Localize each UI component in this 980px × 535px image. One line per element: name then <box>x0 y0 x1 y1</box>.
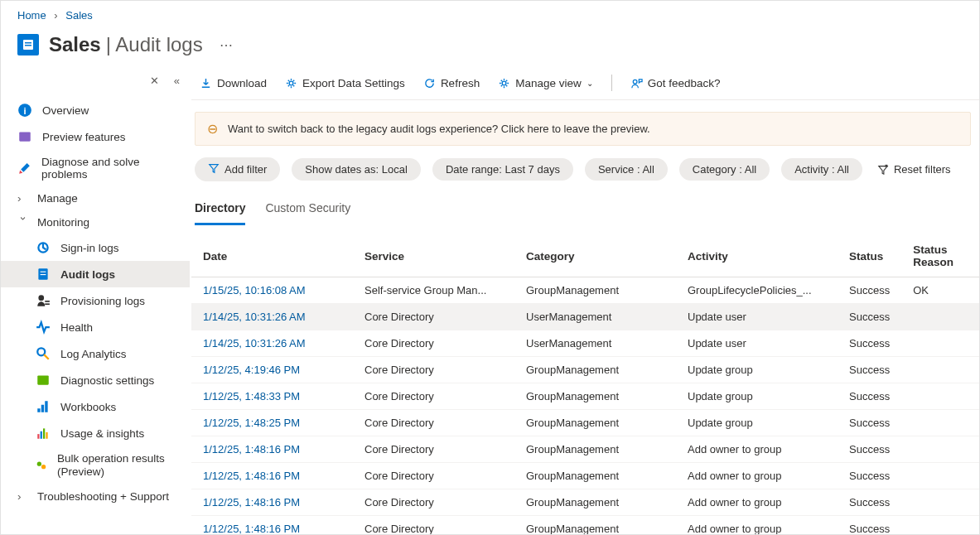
date-link[interactable]: 1/12/25, 1:48:25 PM <box>203 417 300 429</box>
cell-status: Success <box>838 410 901 436</box>
toolbar-label: Manage view <box>515 77 582 89</box>
close-icon[interactable]: ✕ <box>150 75 159 87</box>
table-row[interactable]: 1/12/25, 1:48:33 PMCore DirectoryGroupMa… <box>191 383 979 410</box>
refresh-button[interactable]: Refresh <box>423 77 480 89</box>
svg-point-10 <box>38 295 44 301</box>
date-link[interactable]: 1/14/25, 10:31:26 AM <box>203 337 306 349</box>
sidebar-item-workbooks[interactable]: Workbooks <box>1 393 190 420</box>
toolbar-label: Got feedback? <box>648 77 721 89</box>
cell-reason: OK <box>901 277 979 304</box>
toolbar-label: Download <box>217 77 267 89</box>
col-date[interactable]: Date <box>191 235 353 277</box>
sidebar-item-provisioning[interactable]: Provisioning logs <box>1 287 190 314</box>
table-row[interactable]: 1/12/25, 1:48:16 PMCore DirectoryGroupMa… <box>191 489 979 516</box>
svg-rect-5 <box>19 132 31 141</box>
table-row[interactable]: 1/15/25, 10:16:08 AMSelf-service Group M… <box>191 277 979 304</box>
table-row[interactable]: 1/12/25, 1:48:16 PMCore DirectoryGroupMa… <box>191 436 979 463</box>
refresh-icon <box>423 77 436 89</box>
app-icon <box>17 34 39 55</box>
cell-service: Core Directory <box>353 436 514 463</box>
sidebar-item-audit[interactable]: Audit logs <box>1 261 190 287</box>
table-row[interactable]: 1/12/25, 1:48:16 PMCore DirectoryGroupMa… <box>191 516 979 535</box>
svg-point-22 <box>37 462 41 466</box>
breadcrumb-sales[interactable]: Sales <box>65 9 93 22</box>
sidebar-item-overview[interactable]: i Overview <box>1 97 190 123</box>
filter-show-dates[interactable]: Show dates as: Local <box>292 158 421 181</box>
filter-label: Date range: Last 7 days <box>446 163 560 176</box>
cell-reason <box>901 516 979 535</box>
cell-status: Success <box>838 277 901 304</box>
table-row[interactable]: 1/12/25, 1:48:16 PMCore DirectoryGroupMa… <box>191 463 979 489</box>
toolbar-label: Refresh <box>441 77 480 89</box>
sidebar-item-bulk[interactable]: Bulk operation results (Preview) <box>1 446 190 484</box>
filter-bar: Add filter Show dates as: Local Date ran… <box>191 157 979 193</box>
date-link[interactable]: 1/14/25, 10:31:26 AM <box>203 311 306 323</box>
table-row[interactable]: 1/14/25, 10:31:26 AMCore DirectoryUserMa… <box>191 304 979 330</box>
breadcrumb-home[interactable]: Home <box>17 9 46 22</box>
sidebar-item-health[interactable]: Health <box>1 314 190 340</box>
sidebar-item-preview[interactable]: Preview features <box>1 123 190 150</box>
cell-category: GroupManagement <box>514 463 676 489</box>
filter-label: Reset filters <box>894 163 951 176</box>
chevron-right-icon: › <box>17 490 29 503</box>
legacy-notice[interactable]: ⊖ Want to switch back to the legacy audi… <box>195 112 971 146</box>
sidebar-item-diagnose[interactable]: Diagnose and solve problems <box>1 150 190 186</box>
date-link[interactable]: 1/12/25, 1:48:16 PM <box>203 443 300 455</box>
cell-reason <box>901 489 979 516</box>
more-actions-button[interactable]: ⋯ <box>220 37 233 53</box>
date-link[interactable]: 1/12/25, 4:19:46 PM <box>203 364 300 376</box>
filter-label: Add filter <box>224 163 267 176</box>
table-row[interactable]: 1/14/25, 10:31:26 AMCore DirectoryUserMa… <box>191 330 979 357</box>
collapse-icon[interactable]: « <box>174 75 180 87</box>
download-button[interactable]: Download <box>200 77 267 89</box>
cell-status: Success <box>838 516 901 535</box>
filter-service[interactable]: Service : All <box>585 158 668 181</box>
date-link[interactable]: 1/15/25, 10:16:08 AM <box>203 284 306 296</box>
workbooks-icon <box>36 399 51 414</box>
sidebar-label: Log Analytics <box>60 348 127 360</box>
col-category[interactable]: Category <box>514 235 676 277</box>
table-row[interactable]: 1/12/25, 4:19:46 PMCore DirectoryGroupMa… <box>191 357 979 383</box>
sidebar-label: Health <box>60 321 93 334</box>
col-activity[interactable]: Activity <box>676 235 838 277</box>
chevron-down-icon: › <box>17 217 30 229</box>
page-header: Sales | Audit logs ⋯ <box>1 25 979 71</box>
date-link[interactable]: 1/12/25, 1:48:33 PM <box>203 390 300 402</box>
add-filter-button[interactable]: Add filter <box>195 157 280 181</box>
svg-rect-19 <box>41 431 42 439</box>
sidebar-item-signin[interactable]: Sign-in logs <box>1 234 190 261</box>
chevron-right-icon: › <box>17 192 29 205</box>
cell-category: GroupManagement <box>514 436 676 463</box>
export-button[interactable]: Export Data Settings <box>285 77 405 89</box>
sidebar-group-monitoring[interactable]: › Monitoring <box>1 210 190 234</box>
sidebar-item-diagnostic[interactable]: Diagnostic settings <box>1 367 190 393</box>
date-link[interactable]: 1/12/25, 1:48:16 PM <box>203 523 300 534</box>
filter-date-range[interactable]: Date range: Last 7 days <box>432 158 573 181</box>
col-reason[interactable]: Status Reason <box>901 235 979 277</box>
wrench-icon <box>17 161 31 176</box>
date-link[interactable]: 1/12/25, 1:48:16 PM <box>203 496 300 508</box>
breadcrumb: Home › Sales <box>1 1 979 25</box>
feedback-button[interactable]: Got feedback? <box>630 77 721 89</box>
tab-custom-security[interactable]: Custom Security <box>265 196 350 225</box>
svg-rect-2 <box>25 45 31 46</box>
gear-icon <box>285 77 297 89</box>
sidebar-group-manage[interactable]: › Manage <box>1 186 190 210</box>
filter-activity[interactable]: Activity : All <box>781 158 862 181</box>
tab-directory[interactable]: Directory <box>195 196 245 225</box>
filter-category[interactable]: Category : All <box>679 158 770 181</box>
manage-view-button[interactable]: Manage view ⌄ <box>498 77 593 89</box>
col-status[interactable]: Status <box>838 235 901 277</box>
sidebar-group-troubleshoot[interactable]: › Troubleshooting + Support <box>1 484 190 508</box>
table-row[interactable]: 1/12/25, 1:48:25 PMCore DirectoryGroupMa… <box>191 410 979 436</box>
sidebar-item-usage[interactable]: Usage & insights <box>1 420 190 446</box>
reset-filters-button[interactable]: Reset filters <box>877 163 951 176</box>
svg-rect-15 <box>37 408 40 412</box>
cell-service: Core Directory <box>353 330 514 357</box>
cell-service: Core Directory <box>353 410 514 436</box>
col-service[interactable]: Service <box>353 235 514 277</box>
svg-rect-18 <box>37 434 39 439</box>
date-link[interactable]: 1/12/25, 1:48:16 PM <box>203 470 300 482</box>
sidebar-item-log-analytics[interactable]: Log Analytics <box>1 340 190 367</box>
svg-point-26 <box>633 80 637 84</box>
